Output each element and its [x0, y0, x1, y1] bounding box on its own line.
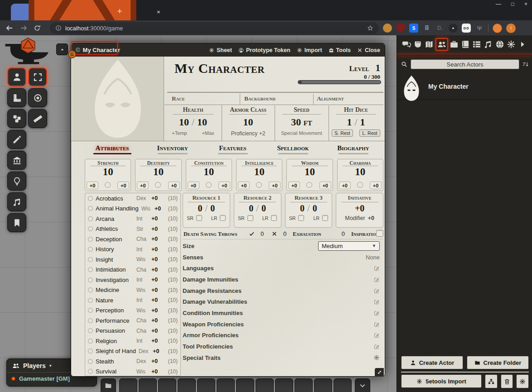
macro-slot[interactable]: [314, 378, 332, 392]
initiative-card[interactable]: Initiative+0Modifier+0: [336, 193, 383, 228]
proficiency-radio[interactable]: [88, 277, 93, 282]
proficiency-radio[interactable]: [88, 369, 93, 374]
sort-icon[interactable]: [522, 61, 529, 67]
tool-token-button[interactable]: [7, 67, 26, 86]
ability-save-mod[interactable]: +0: [137, 182, 149, 189]
edit-icon[interactable]: [374, 288, 380, 294]
resize-handle[interactable]: [375, 368, 384, 377]
sidebar-tab-compendium[interactable]: [494, 39, 505, 50]
ability-save-mod[interactable]: +0: [87, 182, 98, 189]
extension-camera-icon[interactable]: •: [449, 24, 458, 33]
tool-select-button[interactable]: [28, 67, 47, 86]
proficiency-radio[interactable]: [88, 206, 93, 211]
resource-3-card[interactable]: Resource 30/0SRLR: [285, 193, 333, 228]
long-rest-button[interactable]: L. Rest: [359, 129, 380, 137]
sr-checkbox[interactable]: [298, 215, 304, 221]
proficiency-radio[interactable]: [256, 182, 262, 188]
resource-max[interactable]: 0: [261, 203, 266, 213]
speed-value[interactable]: 30 ft: [275, 116, 329, 128]
xp-value[interactable]: 0 / 300: [364, 73, 380, 81]
5etools-import-button[interactable]: 5etools Import: [401, 374, 482, 388]
resource-current[interactable]: 0: [300, 203, 305, 213]
skill-row-medicine[interactable]: MedicineWis+0(10): [85, 285, 180, 296]
skill-row-nature[interactable]: NatureInt+0(10): [85, 295, 180, 306]
hit-dice-value[interactable]: 1/1: [329, 116, 383, 128]
tab-attributes[interactable]: Attributes: [82, 143, 142, 157]
macro-slot[interactable]: [236, 378, 254, 392]
proficiency-radio[interactable]: [155, 182, 161, 188]
sr-checkbox[interactable]: [196, 215, 202, 221]
skill-row-insight[interactable]: InsightWis+0(10): [85, 254, 180, 265]
resource-1-card[interactable]: Resource 10/0SRLR: [183, 193, 230, 228]
ability-charisma[interactable]: Charisma10+0+0: [337, 159, 383, 191]
proficiency-radio[interactable]: [88, 359, 93, 364]
ability-score[interactable]: 10: [186, 166, 232, 177]
ability-dexterity[interactable]: Dexterity10+0+0: [135, 159, 181, 191]
ability-wisdom[interactable]: Wisdom10+0+0: [286, 159, 333, 191]
maximize-button[interactable]: □: [511, 1, 514, 7]
sr-checkbox[interactable]: [247, 215, 253, 221]
sidebar-tab-playlists[interactable]: [483, 39, 493, 50]
xmark-icon[interactable]: [271, 231, 277, 237]
temp-max-hp-field[interactable]: +Max: [202, 130, 214, 136]
macro-slot[interactable]: [334, 378, 352, 392]
macro-slot[interactable]: [197, 378, 215, 392]
proficiency-radio[interactable]: [88, 339, 93, 344]
macro-slot[interactable]: [217, 378, 235, 392]
close-window-button[interactable]: ×: [524, 1, 527, 7]
proficiency-radio[interactable]: [88, 349, 93, 354]
resource-value[interactable]: 0/0: [234, 203, 281, 214]
trait-row-size[interactable]: SizeMedium▼: [183, 240, 383, 252]
proficiency-radio[interactable]: [88, 298, 93, 303]
size-select[interactable]: Medium▼: [318, 241, 380, 251]
trait-row-special-traits[interactable]: Special Traits: [183, 352, 383, 363]
ability-score[interactable]: 10: [237, 166, 282, 177]
sidebar-tab-scenes[interactable]: [424, 39, 435, 50]
update-browser-button[interactable]: ↑: [506, 24, 516, 33]
proficiency-radio[interactable]: [306, 182, 312, 188]
ability-save-mod[interactable]: +0: [339, 182, 351, 189]
sidebar-tab-actors[interactable]: [435, 38, 448, 51]
window-header[interactable]: © My Character SheetPrototype TokenImpor…: [71, 43, 385, 57]
macro-slot[interactable]: [178, 378, 196, 392]
macro-slot[interactable]: [119, 378, 137, 392]
create-folder-button[interactable]: Create Folder: [467, 356, 529, 369]
proficiency-radio[interactable]: [88, 216, 93, 221]
proficiency-radio[interactable]: [88, 328, 93, 333]
ability-check-mod[interactable]: +0: [370, 182, 382, 189]
resource-value[interactable]: 0/0: [183, 203, 230, 214]
skill-row-animal-handling[interactable]: Animal HandlingWis+0(10): [85, 204, 180, 214]
lr-checkbox[interactable]: [322, 215, 328, 221]
special-movement-label[interactable]: Special Movement: [275, 130, 329, 136]
trait-row-damage-immunities[interactable]: Damage Immunities: [183, 274, 383, 285]
macro-slot[interactable]: [139, 378, 157, 392]
ability-check-mod[interactable]: +0: [269, 182, 281, 189]
ability-score[interactable]: 10: [338, 166, 383, 177]
actor-list-item[interactable]: My Character: [397, 73, 532, 100]
sidebar-tab-items[interactable]: [449, 39, 459, 50]
sidebar-tab-journal[interactable]: [460, 39, 471, 50]
armor-class-value[interactable]: 10: [222, 116, 275, 128]
macro-slot[interactable]: [275, 378, 293, 392]
edit-icon[interactable]: [374, 344, 380, 349]
background-field[interactable]: Background: [244, 95, 276, 102]
configure-traits-icon[interactable]: [373, 354, 380, 361]
address-bar[interactable]: localhost:30000/game: [50, 22, 379, 34]
resource-2-card[interactable]: Resource 20/0SRLR: [234, 193, 281, 228]
ability-strength[interactable]: Strength10+0+0: [85, 159, 131, 191]
skill-row-history[interactable]: HistoryInt+0(10): [85, 244, 180, 255]
lr-checkbox[interactable]: [271, 215, 277, 221]
tool-ruler-button[interactable]: [28, 109, 47, 128]
hp-current[interactable]: 10: [179, 116, 189, 128]
skill-row-investigation[interactable]: InvestigationInt+0(10): [85, 275, 180, 285]
skill-row-stealth[interactable]: StealthDex+0(10): [85, 356, 180, 367]
initiative-value[interactable]: +0: [336, 203, 383, 214]
tool-target-button[interactable]: [28, 88, 47, 107]
ability-save-mod[interactable]: +0: [288, 182, 300, 189]
macro-slot[interactable]: [295, 378, 313, 392]
proficiency-radio[interactable]: [88, 226, 93, 231]
death-save-successes[interactable]: 0: [261, 230, 264, 237]
tool-walls-button[interactable]: [7, 151, 26, 170]
lr-checkbox[interactable]: [220, 215, 226, 221]
hp-max[interactable]: 10: [197, 116, 207, 128]
